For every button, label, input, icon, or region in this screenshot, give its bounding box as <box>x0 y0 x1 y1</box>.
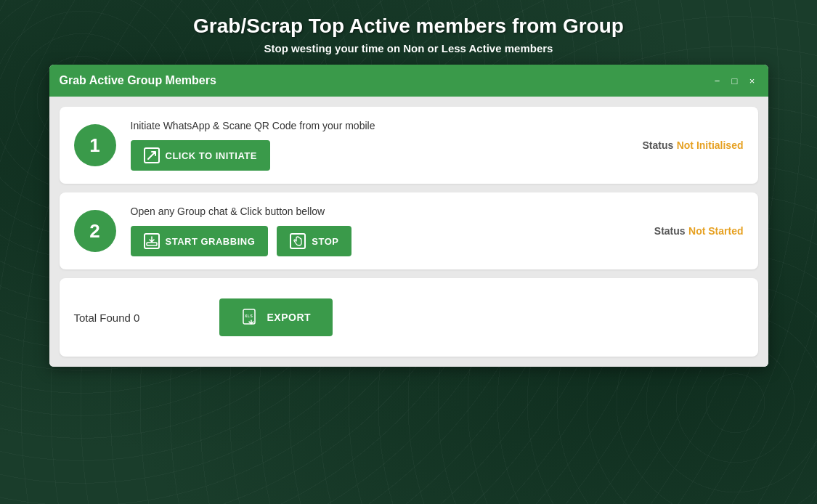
start-grabbing-button[interactable]: START GRABBING <box>131 226 269 256</box>
stop-label: STOP <box>312 236 338 247</box>
export-row: Total Found 0 XLS EXPORT <box>74 291 744 344</box>
export-icon: XLS <box>241 307 261 328</box>
arrow-square-icon <box>147 150 157 160</box>
grabbing-icon <box>144 233 160 249</box>
initiate-button[interactable]: CLICK TO INITIATE <box>131 140 270 171</box>
step1-content: Initiate WhatsApp & Scane QR Code from y… <box>131 120 628 171</box>
download-tray-icon <box>146 235 158 247</box>
svg-text:XLS: XLS <box>245 314 253 318</box>
step2-badge: 2 <box>74 210 116 252</box>
maximize-button[interactable]: □ <box>729 75 741 86</box>
page-subtitle: Stop westing your time on Non or Less Ac… <box>264 42 553 54</box>
page-wrapper: Grab/Scrap Top Active members from Group… <box>0 0 817 367</box>
export-button[interactable]: XLS EXPORT <box>219 298 333 336</box>
step2-card: 2 Open any Group chat & Click button bel… <box>60 192 758 269</box>
app-window: Grab Active Group Members − □ × 1 Initia… <box>49 65 768 367</box>
step2-row: 2 Open any Group chat & Click button bel… <box>74 206 744 256</box>
initiate-button-label: CLICK TO INITIATE <box>166 150 257 161</box>
step1-card: 1 Initiate WhatsApp & Scane QR Code from… <box>60 107 758 184</box>
page-title: Grab/Scrap Top Active members from Group <box>193 13 624 39</box>
export-label: EXPORT <box>267 312 312 323</box>
step2-content: Open any Group chat & Click button bello… <box>131 206 640 256</box>
stop-icon <box>290 233 306 249</box>
step1-row: 1 Initiate WhatsApp & Scane QR Code from… <box>74 120 744 171</box>
stop-button[interactable]: STOP <box>277 226 351 256</box>
window-title: Grab Active Group Members <box>60 74 216 87</box>
minimize-button[interactable]: − <box>712 75 723 86</box>
close-button[interactable]: × <box>747 75 758 86</box>
step2-actions: START GRABBING STOP <box>131 226 640 256</box>
window-body: 1 Initiate WhatsApp & Scane QR Code from… <box>49 97 768 367</box>
window-titlebar: Grab Active Group Members − □ × <box>49 65 768 97</box>
total-found-text: Total Found 0 <box>74 312 205 324</box>
start-grabbing-label: START GRABBING <box>166 236 256 247</box>
xls-export-icon: XLS <box>242 308 261 327</box>
step1-status-label: Status <box>642 139 673 151</box>
step1-badge: 1 <box>74 124 116 166</box>
step1-instruction: Initiate WhatsApp & Scane QR Code from y… <box>131 120 628 131</box>
step2-status-area: Status Not Started <box>654 224 744 237</box>
step1-status-value: Not Initialised <box>677 139 744 151</box>
total-found-label: Total Found <box>74 312 131 324</box>
step2-status-label: Status <box>654 225 686 237</box>
svg-rect-0 <box>147 243 157 245</box>
step2-instruction: Open any Group chat & Click button bello… <box>131 206 640 217</box>
window-controls: − □ × <box>712 75 758 86</box>
initiate-icon <box>144 147 160 163</box>
step2-status-value: Not Started <box>688 225 743 237</box>
hand-stop-icon <box>292 235 304 247</box>
total-found-value: 0 <box>134 312 139 324</box>
step1-status-area: Status Not Initialised <box>642 139 743 152</box>
step1-actions: CLICK TO INITIATE <box>131 140 628 171</box>
export-card: Total Found 0 XLS EXPORT <box>60 278 758 357</box>
